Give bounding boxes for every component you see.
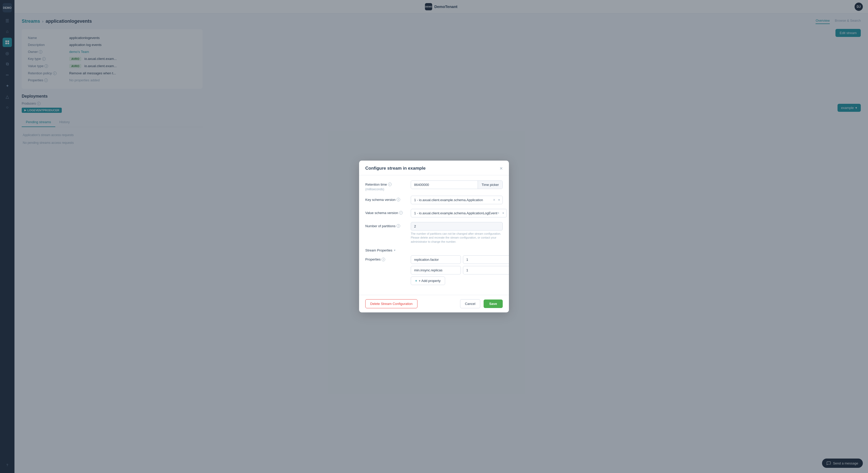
key-schema-row: Key schema version i 1 - io.axual.client… <box>365 196 503 204</box>
retention-time-info-icon[interactable]: i <box>388 182 392 186</box>
key-schema-control: 1 - io.axual.client.example.schema.Appli… <box>411 196 503 204</box>
prop-key-2[interactable] <box>411 266 461 274</box>
property-row-2 <box>411 266 509 274</box>
add-property-button[interactable]: + + Add property <box>411 276 445 285</box>
value-schema-clear-icon[interactable]: × <box>497 211 499 215</box>
partitions-info-icon[interactable]: i <box>397 224 400 228</box>
modal-body: Retention time i (milliseconds) Time pic… <box>359 175 509 295</box>
key-schema-select[interactable]: 1 - io.axual.client.example.schema.Appli… <box>411 196 502 204</box>
value-schema-select-wrapper: 1 - io.axual.client.example.schema.Appli… <box>411 209 507 217</box>
value-schema-label: Value schema version i <box>365 209 407 215</box>
retention-time-input-group: Time picker <box>411 180 503 189</box>
partitions-hint: The number of partitions can not be chan… <box>411 232 503 244</box>
partitions-input[interactable] <box>411 222 503 231</box>
modal-overlay: Configure stream in example × Retention … <box>0 0 868 473</box>
properties-control: + + Add property <box>411 255 509 285</box>
modal-close-button[interactable]: × <box>500 166 503 171</box>
retention-time-row: Retention time i (milliseconds) Time pic… <box>365 180 503 191</box>
key-schema-info-icon[interactable]: i <box>397 198 400 201</box>
key-schema-select-wrapper: 1 - io.axual.client.example.schema.Appli… <box>411 196 503 204</box>
property-row-1 <box>411 255 509 264</box>
partitions-label: Number of partitions i <box>365 222 407 228</box>
value-schema-row: Value schema version i 1 - io.axual.clie… <box>365 209 503 217</box>
configure-stream-modal: Configure stream in example × Retention … <box>359 161 509 312</box>
modal-footer-right: Cancel Save <box>460 299 503 308</box>
save-button[interactable]: Save <box>484 300 503 308</box>
properties-section: Properties i <box>365 255 503 285</box>
prop-val-1[interactable] <box>463 255 509 264</box>
properties-row: Properties i <box>365 255 503 285</box>
modal-footer: Delete Stream Configuration Cancel Save <box>359 295 509 312</box>
prop-val-2[interactable] <box>463 266 509 274</box>
properties-label: Properties i <box>365 255 407 261</box>
retention-time-input[interactable] <box>411 181 478 189</box>
value-schema-chevron-icon: ▾ <box>502 211 504 215</box>
modal-title: Configure stream in example <box>365 166 426 171</box>
value-schema-select[interactable]: 1 - io.axual.client.example.schema.Appli… <box>411 209 506 217</box>
partitions-control: The number of partitions can not be chan… <box>411 222 503 244</box>
cancel-button[interactable]: Cancel <box>460 299 480 308</box>
plus-icon: + <box>415 279 417 283</box>
key-schema-chevron-icon: ▾ <box>498 198 500 202</box>
prop-key-1[interactable] <box>411 255 461 264</box>
key-schema-label: Key schema version i <box>365 196 407 202</box>
stream-properties-toggle[interactable]: Stream Properties ▾ <box>365 248 503 252</box>
stream-props-caret-icon: ▾ <box>394 249 396 252</box>
partitions-row: Number of partitions i The number of par… <box>365 222 503 244</box>
retention-time-control: Time picker <box>411 180 503 189</box>
value-schema-info-icon[interactable]: i <box>399 211 403 214</box>
value-schema-control: 1 - io.axual.client.example.schema.Appli… <box>411 209 507 217</box>
retention-time-label: Retention time i (milliseconds) <box>365 180 407 191</box>
modal-header: Configure stream in example × <box>359 161 509 175</box>
time-picker-button[interactable]: Time picker <box>478 181 502 189</box>
properties-modal-info-icon[interactable]: i <box>381 258 385 261</box>
key-schema-clear-icon[interactable]: × <box>493 198 495 202</box>
delete-stream-config-button[interactable]: Delete Stream Configuration <box>365 299 417 308</box>
